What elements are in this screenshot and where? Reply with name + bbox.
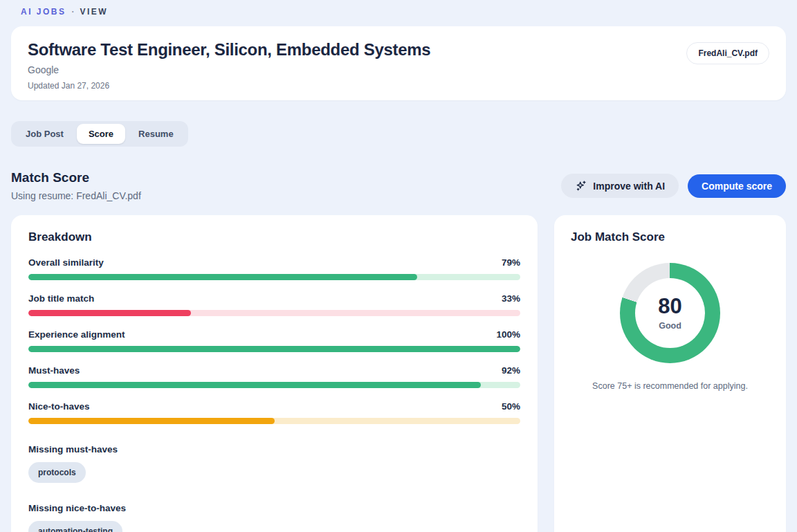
match-score-heading-block: Match Score Using resume: FredAli_CV.pdf: [11, 170, 141, 201]
score-recommendation-note: Score 75+ is recommended for applying.: [571, 381, 769, 391]
metric-row: Experience alignment100%: [28, 329, 520, 352]
breakdown-title: Breakdown: [28, 230, 520, 244]
metric-value: 92%: [502, 365, 520, 376]
breakdown-card: Breakdown Overall similarity79%Job title…: [11, 215, 538, 532]
breadcrumb: AI JOBS · VIEW: [11, 7, 786, 17]
metric-row: Nice-to-haves50%: [28, 401, 520, 424]
progress-bar-fill: [28, 274, 417, 280]
score-rating-label: Good: [659, 321, 681, 331]
score-value: 80: [658, 295, 681, 317]
progress-bar-fill: [28, 346, 520, 352]
job-updated-date: Updated Jan 27, 2026: [28, 81, 430, 91]
metric-row: Must-haves92%: [28, 365, 520, 388]
breadcrumb-current-page: VIEW: [80, 7, 109, 17]
metric-value: 50%: [502, 401, 520, 412]
progress-bar-fill: [28, 382, 481, 388]
missing-sections: Missing must-havesprotocolsMissing nice-…: [28, 444, 520, 532]
match-score-section-header: Match Score Using resume: FredAli_CV.pdf…: [11, 170, 786, 201]
metric-label: Job title match: [28, 293, 94, 304]
match-score-title: Match Score: [11, 170, 141, 185]
metric-label: Overall similarity: [28, 257, 104, 268]
tab-score[interactable]: Score: [77, 124, 125, 144]
metric-label: Nice-to-haves: [28, 401, 90, 412]
progress-bar-fill: [28, 418, 275, 424]
missing-skill-chip: automation-testing: [28, 521, 122, 532]
metric-row: Job title match33%: [28, 293, 520, 316]
job-title: Software Test Engineer, Silicon, Embedde…: [28, 40, 430, 59]
missing-section-label: Missing must-haves: [28, 444, 520, 455]
metric-header: Overall similarity79%: [28, 257, 520, 268]
metric-header: Nice-to-haves50%: [28, 401, 520, 412]
score-actions: Improve with AI Compute score: [561, 174, 786, 198]
using-resume-subtitle: Using resume: FredAli_CV.pdf: [11, 190, 141, 201]
breadcrumb-app-link[interactable]: AI JOBS: [21, 7, 66, 17]
chip-row: protocols: [28, 462, 520, 483]
score-donut-chart: 80 Good: [620, 263, 720, 363]
tab-job-post[interactable]: Job Post: [14, 124, 75, 144]
job-match-score-title: Job Match Score: [571, 230, 769, 244]
cv-file-badge[interactable]: FredAli_CV.pdf: [686, 42, 769, 64]
job-header-info: Software Test Engineer, Silicon, Embedde…: [28, 40, 430, 91]
metric-row: Overall similarity79%: [28, 257, 520, 280]
chip-row: automation-testing: [28, 521, 520, 532]
donut-wrap: 80 Good: [571, 263, 769, 363]
progress-bar-track: [28, 418, 520, 424]
metric-header: Experience alignment100%: [28, 329, 520, 340]
metric-header: Must-haves92%: [28, 365, 520, 376]
job-match-score-card: Job Match Score 80 Good Score 75+ is rec…: [554, 215, 786, 532]
sparkles-icon: [575, 180, 587, 192]
view-tabs: Job PostScoreResume: [11, 121, 188, 147]
metric-value: 79%: [502, 257, 520, 268]
progress-bar-track: [28, 382, 520, 388]
progress-bar-track: [28, 274, 520, 280]
compute-score-button[interactable]: Compute score: [688, 174, 786, 198]
improve-with-ai-label: Improve with AI: [593, 181, 665, 192]
progress-bar-track: [28, 346, 520, 352]
job-header-card: Software Test Engineer, Silicon, Embedde…: [11, 26, 786, 100]
missing-section-label: Missing nice-to-haves: [28, 503, 520, 513]
breadcrumb-separator: ·: [72, 7, 75, 17]
metrics-list: Overall similarity79%Job title match33%E…: [28, 257, 520, 424]
job-company: Google: [28, 64, 430, 75]
progress-bar-fill: [28, 310, 191, 316]
metric-header: Job title match33%: [28, 293, 520, 304]
metric-label: Must-haves: [28, 365, 80, 376]
page: AI JOBS · VIEW Software Test Engineer, S…: [0, 0, 797, 532]
donut-center: 80 Good: [635, 278, 705, 348]
tab-resume[interactable]: Resume: [127, 124, 185, 144]
improve-with-ai-button[interactable]: Improve with AI: [561, 174, 679, 198]
metric-value: 100%: [496, 329, 520, 340]
score-content-grid: Breakdown Overall similarity79%Job title…: [11, 215, 786, 532]
metric-label: Experience alignment: [28, 329, 125, 340]
missing-skill-chip: protocols: [28, 462, 86, 483]
progress-bar-track: [28, 310, 520, 316]
metric-value: 33%: [502, 293, 520, 304]
